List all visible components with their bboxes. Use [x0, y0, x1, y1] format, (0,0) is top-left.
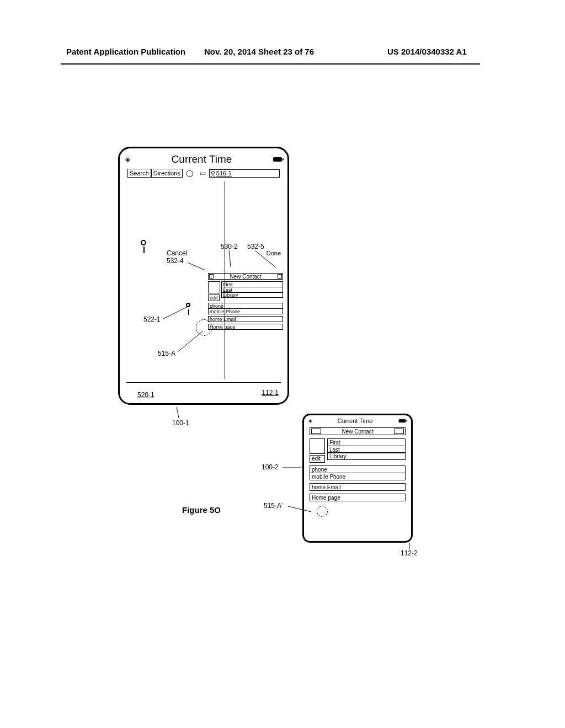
callout-100-2: 100-2	[262, 463, 279, 471]
wifi-icon: ◈	[308, 418, 312, 424]
edit-button[interactable]: edit	[208, 295, 220, 301]
callout-530-2: 530-2	[221, 243, 238, 250]
status-bar-2: ◈ Current Time	[308, 417, 407, 424]
map-pin-big[interactable]	[141, 240, 146, 245]
popup-title-2: New Contact	[322, 429, 393, 435]
callout-515-A: 515-A	[158, 350, 175, 357]
email-field[interactable]: home Email	[208, 316, 283, 322]
device-100-1: ◈ Current Time Search Directions ◯ ▭ ⚲ 5…	[118, 147, 289, 405]
callout-112-2: 112-2	[401, 549, 418, 557]
mobile-field[interactable]: mobile Phone	[208, 308, 283, 314]
map-toolbar: Search Directions ◯ ▭ ⚲ 516-1	[127, 167, 280, 179]
callout-532-5: 532-5	[247, 243, 264, 250]
popup-header-2: New Contact	[310, 427, 406, 435]
cancel-callout: Cancel	[167, 249, 187, 257]
map-area[interactable]: Done New Contact edit First Last Library	[126, 181, 281, 379]
figure-caption: Figure 5O	[182, 505, 221, 515]
road-horizontal	[126, 382, 281, 383]
search-tab[interactable]: Search	[127, 169, 151, 178]
device-100-2: ◈ Current Time New Contact edit First La…	[302, 414, 413, 543]
header-rule	[61, 63, 480, 65]
ref-112-1: 112-1	[262, 389, 279, 397]
locate-icon[interactable]: ◯	[186, 169, 193, 177]
email-field-2[interactable]: home Email	[310, 483, 406, 491]
map-pin-small[interactable]	[186, 303, 190, 307]
directions-tab[interactable]: Directions	[151, 169, 183, 178]
header-right: US 2014/0340332 A1	[387, 47, 467, 56]
library-field-2[interactable]: Library	[327, 452, 406, 460]
new-contact-screen: New Contact edit First Last Library phon…	[310, 427, 406, 501]
edit-button-2[interactable]: edit	[310, 455, 325, 463]
search-icon: ⚲	[211, 170, 215, 177]
search-ref: 516-1	[216, 170, 232, 176]
battery-icon	[273, 157, 282, 162]
wifi-icon: ◈	[125, 156, 130, 163]
callout-515-A2: 515-A'	[264, 502, 282, 510]
bookmarks-icon[interactable]: ▭	[200, 169, 206, 177]
search-field[interactable]: ⚲ 516-1	[209, 169, 280, 178]
popup-title: New Contact	[216, 274, 275, 280]
photo-placeholder[interactable]	[208, 281, 220, 293]
homepage-field-2[interactable]: Home page	[310, 494, 406, 501]
cancel-button[interactable]	[209, 274, 214, 279]
new-contact-popup: Done New Contact edit First Last Library	[208, 260, 283, 330]
popup-header: New Contact	[208, 273, 283, 280]
svg-line-5	[177, 407, 179, 418]
done-button[interactable]	[278, 274, 282, 279]
touch-indicator-2	[317, 506, 328, 517]
callout-532-4: 532-4	[167, 257, 184, 265]
done-button-2[interactable]	[394, 429, 404, 434]
status-title-2: Current Time	[338, 417, 373, 424]
photo-placeholder-2[interactable]	[310, 438, 325, 454]
homepage-field[interactable]: Home page	[208, 324, 283, 330]
callout-522-1: 522-1	[143, 315, 161, 323]
touch-indicator	[196, 319, 212, 336]
header-left: Patent Application Publication	[66, 47, 185, 56]
callout-100-1: 100-1	[172, 419, 189, 427]
mobile-field-2[interactable]: mobile Phone	[310, 473, 406, 480]
done-label: Done	[266, 250, 281, 256]
cancel-button-2[interactable]	[311, 429, 321, 434]
status-bar: ◈ Current Time	[125, 153, 282, 166]
status-title: Current Time	[172, 153, 232, 165]
ref-520-1: 520-1	[137, 391, 154, 399]
header-mid: Nov. 20, 2014 Sheet 23 of 76	[204, 47, 314, 56]
library-field[interactable]: Library	[221, 292, 283, 298]
battery-icon	[399, 419, 406, 422]
